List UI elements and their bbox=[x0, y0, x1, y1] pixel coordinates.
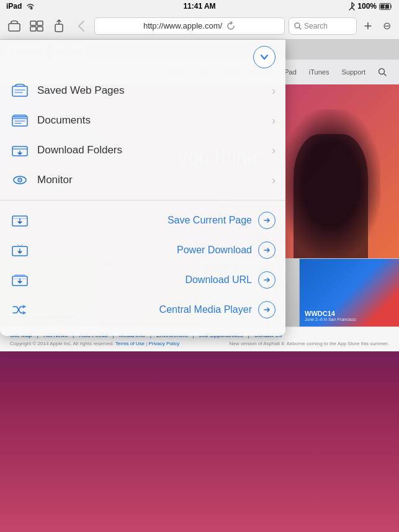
search-icon bbox=[294, 22, 302, 30]
bluetooth-icon bbox=[349, 2, 355, 11]
promo-wwdc-title: WWDC14 bbox=[305, 310, 356, 317]
terms-link[interactable]: Terms of Use bbox=[115, 341, 145, 346]
central-media-player-label: Central Media Player bbox=[30, 304, 252, 315]
search-bar[interactable]: Search bbox=[289, 17, 357, 35]
svg-rect-8 bbox=[55, 24, 63, 32]
documents-chevron: › bbox=[272, 114, 276, 127]
menu-item-documents[interactable]: Documents › bbox=[0, 106, 285, 135]
url-text: http://www.apple.com/ bbox=[143, 21, 222, 30]
monitor-label: Monitor bbox=[37, 174, 272, 186]
browser-toolbar: http://www.apple.com/ Search + ⊖ bbox=[0, 12, 399, 40]
power-download-icon bbox=[10, 241, 30, 259]
search-placeholder: Search bbox=[304, 22, 328, 30]
power-download-arrow-icon bbox=[263, 246, 271, 254]
action-central-media-player[interactable]: Central Media Player bbox=[0, 295, 285, 325]
save-arrow-icon bbox=[263, 217, 271, 224]
download-folders-label: Download Folders bbox=[37, 144, 272, 156]
action-items-section: Save Current Page Power Download bbox=[0, 201, 285, 330]
tabs-icon[interactable] bbox=[27, 17, 46, 35]
battery-percent: 100% bbox=[357, 2, 377, 11]
documents-label: Documents bbox=[37, 114, 272, 127]
nav-search-icon bbox=[378, 68, 387, 76]
svg-rect-5 bbox=[37, 21, 43, 25]
download-url-button[interactable] bbox=[258, 271, 276, 289]
saved-web-pages-chevron: › bbox=[272, 84, 276, 97]
address-bar[interactable]: http://www.apple.com/ bbox=[94, 17, 285, 35]
nav-itunes: iTunes bbox=[309, 68, 330, 76]
status-bar: iPad 11:41 AM 100% bbox=[0, 0, 399, 12]
down-arrow-icon bbox=[260, 53, 269, 61]
download-folders-chevron: › bbox=[272, 144, 276, 157]
central-media-player-icon bbox=[10, 301, 30, 318]
status-bar-time: 11:41 AM bbox=[183, 2, 215, 11]
share-icon[interactable] bbox=[50, 17, 68, 35]
promo-wwdc-subtitle: June 2–6 in San Francisco bbox=[305, 317, 356, 322]
promo-wwdc: WWDC14 June 2–6 in San Francisco bbox=[300, 259, 399, 327]
action-power-download[interactable]: Power Download bbox=[0, 235, 285, 265]
svg-rect-7 bbox=[37, 27, 43, 31]
close-tab-button[interactable]: ⊖ bbox=[379, 20, 394, 32]
saved-web-pages-label: Saved Web Pages bbox=[37, 84, 272, 97]
menu-item-saved-web-pages[interactable]: Saved Web Pages › bbox=[0, 76, 285, 106]
status-bar-left: iPad bbox=[6, 2, 35, 11]
menu-item-download-folders[interactable]: Download Folders › bbox=[0, 135, 285, 165]
new-tab-button[interactable]: + bbox=[361, 18, 375, 34]
dropdown-top-space bbox=[0, 40, 285, 71]
carrier-label: iPad bbox=[6, 2, 22, 11]
footer-bottom: Copyright © 2014 Apple Inc. All rights r… bbox=[10, 341, 389, 346]
saved-web-pages-icon bbox=[10, 82, 30, 99]
wifi-icon bbox=[25, 2, 35, 10]
dropdown-arrow-button[interactable] bbox=[253, 46, 276, 68]
status-bar-right: 100% bbox=[349, 2, 393, 11]
dropdown-menu: Saved Web Pages › Documents › bbox=[0, 40, 285, 336]
footer-copyright: Copyright © 2014 Apple Inc. All rights r… bbox=[10, 341, 179, 346]
download-url-arrow-icon bbox=[263, 276, 271, 284]
save-current-page-button[interactable] bbox=[258, 212, 276, 229]
download-url-label: Download URL bbox=[30, 274, 252, 286]
monitor-icon bbox=[10, 171, 30, 189]
svg-rect-4 bbox=[30, 21, 36, 25]
battery-icon bbox=[379, 3, 393, 10]
media-player-arrow-icon bbox=[263, 306, 271, 313]
monitor-chevron: › bbox=[272, 174, 276, 187]
privacy-link[interactable]: Privacy Policy bbox=[149, 341, 180, 346]
action-save-current-page[interactable]: Save Current Page bbox=[0, 205, 285, 235]
bookmarks-icon[interactable] bbox=[5, 17, 24, 35]
svg-rect-11 bbox=[12, 86, 27, 96]
download-folders-icon bbox=[10, 142, 30, 159]
svg-rect-6 bbox=[30, 27, 36, 31]
save-current-page-icon bbox=[10, 212, 30, 229]
svg-rect-3 bbox=[9, 24, 20, 31]
svg-point-17 bbox=[19, 179, 20, 181]
central-media-player-button[interactable] bbox=[258, 301, 276, 318]
footer-newversion: New version of Asphalt 8: Airborne comin… bbox=[230, 341, 389, 346]
back-button[interactable] bbox=[72, 17, 91, 35]
nav-support: Support bbox=[341, 68, 365, 76]
documents-icon bbox=[10, 112, 30, 129]
menu-items-section: Saved Web Pages › Documents › bbox=[0, 71, 285, 201]
save-current-page-label: Save Current Page bbox=[30, 215, 252, 226]
power-download-label: Power Download bbox=[30, 245, 252, 256]
menu-item-monitor[interactable]: Monitor › bbox=[0, 165, 285, 195]
download-url-icon bbox=[10, 271, 30, 289]
power-download-button[interactable] bbox=[258, 241, 276, 259]
reload-icon[interactable] bbox=[226, 21, 236, 31]
svg-point-0 bbox=[31, 9, 32, 10]
action-download-url[interactable]: Download URL bbox=[0, 265, 285, 295]
